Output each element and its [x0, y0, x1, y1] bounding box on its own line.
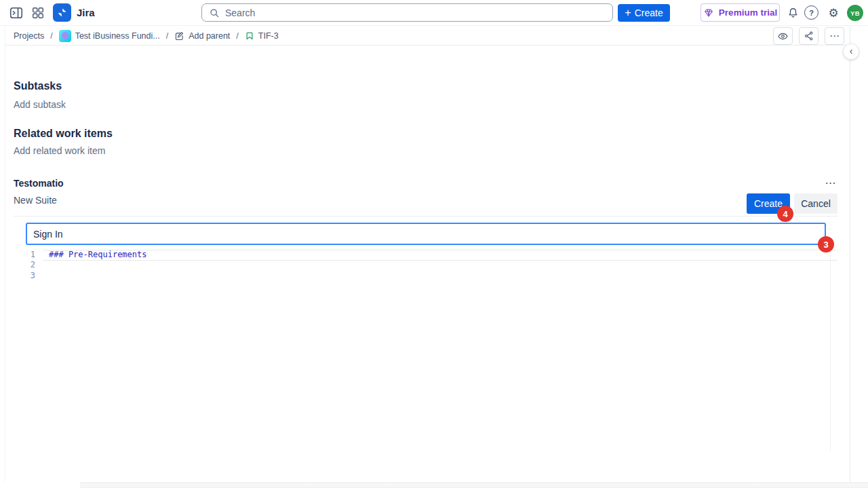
- project-avatar-icon: [59, 30, 71, 42]
- breadcrumb-separator: /: [50, 31, 52, 41]
- create-button-label: Create: [635, 7, 663, 18]
- search-icon: [209, 7, 220, 18]
- editor-line: 1 ### Pre-Requirements: [5, 250, 840, 260]
- search-input[interactable]: [225, 7, 606, 18]
- editor-line: 3: [5, 271, 840, 281]
- premium-trial-button[interactable]: Premium trial: [701, 3, 780, 22]
- watch-eye-icon[interactable]: [773, 27, 793, 45]
- line-number: 3: [26, 271, 35, 281]
- section-divider: [14, 216, 837, 217]
- editor-line: 2: [5, 260, 840, 270]
- breadcrumb-add-parent[interactable]: Add parent: [174, 31, 230, 41]
- step-badge-3: 3: [818, 236, 834, 252]
- breadcrumb-project[interactable]: Test iBusiness Fundi...: [59, 30, 160, 42]
- jira-issue-page: Jira + Create Premium trial ? ⚙: [0, 0, 868, 488]
- plus-icon: +: [625, 7, 631, 18]
- step-badge-4: 4: [777, 206, 793, 222]
- breadcrumb-separator: /: [236, 31, 238, 41]
- add-subtask-button[interactable]: Add subtask: [14, 99, 66, 110]
- suite-name-input[interactable]: [26, 223, 826, 245]
- related-work-items-heading: Related work items: [14, 128, 113, 140]
- line-number: 2: [26, 260, 35, 270]
- more-glyph: ⋯: [825, 177, 837, 189]
- breadcrumb-projects[interactable]: Projects: [14, 31, 44, 41]
- add-related-work-item-button[interactable]: Add related work item: [14, 145, 105, 156]
- chevron-left-icon: ‹: [850, 46, 853, 56]
- app-switcher-icon[interactable]: [28, 3, 47, 22]
- work-item-bookmark-icon: [245, 31, 254, 41]
- breadcrumb-add-parent-label: Add parent: [189, 31, 230, 41]
- breadcrumb-separator: /: [166, 31, 168, 41]
- help-icon[interactable]: ?: [804, 5, 818, 20]
- premium-trial-label: Premium trial: [719, 7, 777, 18]
- jira-logo-icon[interactable]: [53, 3, 71, 22]
- more-actions-icon[interactable]: ⋯: [825, 27, 844, 45]
- new-suite-label: New Suite: [14, 195, 57, 206]
- line-number: 1: [26, 250, 35, 260]
- gear-glyph: ⚙: [828, 6, 838, 20]
- breadcrumb-project-label: Test iBusiness Fundi...: [75, 31, 160, 41]
- more-glyph: ⋯: [829, 30, 840, 42]
- settings-gear-icon[interactable]: ⚙: [824, 3, 843, 22]
- suite-description-editor[interactable]: 1 ### Pre-Requirements 2 3: [5, 248, 840, 451]
- breadcrumb-issue-key[interactable]: TIF-3: [245, 31, 279, 41]
- testomatio-more-icon[interactable]: ⋯: [822, 175, 840, 190]
- editor-margin-ruler: [830, 250, 831, 451]
- edit-pencil-icon: [174, 31, 184, 41]
- panel-right-border: [850, 26, 850, 482]
- user-avatar[interactable]: YB: [847, 5, 863, 21]
- notifications-bell-icon[interactable]: [783, 3, 802, 22]
- gem-icon: [703, 7, 714, 18]
- avatar-initials: YB: [850, 10, 860, 17]
- search-field[interactable]: [201, 3, 613, 22]
- header-divider: [5, 45, 850, 45]
- sidebar-toggle-icon[interactable]: [7, 3, 26, 22]
- suite-cancel-button[interactable]: Cancel: [794, 193, 837, 214]
- line-code: ### Pre-Requirements: [49, 250, 147, 260]
- top-navigation-bar: Jira + Create Premium trial ? ⚙: [0, 0, 868, 26]
- collapse-panel-button[interactable]: ‹: [843, 43, 859, 60]
- breadcrumb: Projects / Test iBusiness Fundi... / Add…: [14, 27, 279, 45]
- issue-action-buttons: ⋯: [773, 27, 844, 45]
- breadcrumb-issue-key-label: TIF-3: [258, 31, 279, 41]
- breadcrumb-projects-label: Projects: [14, 31, 44, 41]
- share-icon[interactable]: [799, 27, 818, 45]
- testomatio-heading: Testomatio: [14, 178, 64, 189]
- app-name: Jira: [77, 7, 95, 18]
- question-glyph: ?: [809, 9, 814, 17]
- global-create-button[interactable]: + Create: [618, 4, 670, 22]
- subtasks-heading: Subtasks: [14, 80, 62, 92]
- page-bottom-edge: [80, 483, 868, 488]
